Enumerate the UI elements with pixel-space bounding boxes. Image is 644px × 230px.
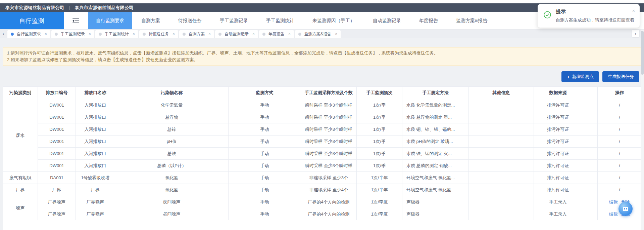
toast-close-icon[interactable]: ×: [632, 8, 635, 13]
column-header-7: 手工测定方法: [402, 87, 469, 99]
chip-close-icon[interactable]: ×: [45, 32, 47, 36]
tab-chip-1[interactable]: 手工监测记录×: [51, 30, 94, 38]
chevron-left-icon[interactable]: ‹: [1, 30, 6, 38]
success-toast: 提示 自测方案生成成功，请至待报送页面查看 ×: [538, 4, 640, 28]
column-header-5: 手工监测采样方法及个数: [301, 87, 357, 99]
chip-label: 年度报告: [268, 31, 285, 37]
table-cell: 排污许可证: [534, 148, 582, 160]
table-cell: 水质 总磷的测定 钼酸...: [402, 160, 469, 172]
operations-cell: /: [598, 136, 642, 148]
table-cell: 排污许可证: [534, 172, 582, 184]
operations-cell: /: [598, 172, 642, 184]
nav-item-7[interactable]: 年度报告: [410, 12, 447, 29]
menu-collapse-button[interactable]: [64, 12, 88, 29]
column-header-9: 数据来源: [534, 87, 582, 99]
toast-message: 自测方案生成成功，请至待报送页面查看: [556, 17, 634, 23]
nav-item-6[interactable]: 自动监测记录: [364, 12, 410, 29]
table-cell: 手动: [229, 196, 301, 208]
table-cell: [582, 196, 598, 208]
chip-close-icon[interactable]: ×: [172, 32, 175, 36]
column-header-0: 污染源类别: [3, 87, 38, 99]
assistant-widget-button[interactable]: [618, 202, 633, 216]
edit-link[interactable]: 编辑: [609, 212, 618, 217]
table-cell: DW001: [38, 160, 76, 172]
chip-status-dot-icon: [55, 33, 58, 36]
robot-icon: [623, 207, 628, 211]
scrollbar-thumb[interactable]: [641, 31, 644, 75]
chip-status-dot-icon: [143, 33, 146, 36]
chip-label: 手工监测记录: [61, 31, 85, 37]
table-cell: [469, 208, 534, 220]
table-row-8: 噪声厂界噪声厂界噪声夜间噪声手动厂界的4个方向的检测1次/季度声级器手工录入编辑…: [3, 196, 642, 208]
column-header-2: 排放口名称: [76, 87, 115, 99]
table-cell: 1次/季: [357, 136, 402, 148]
plus-icon: +: [567, 74, 570, 79]
column-header-10: [582, 87, 598, 99]
table-cell: [582, 99, 598, 111]
table-row-7: 厂界厂界厂界氯化氢手动非连续采样 至少4个1次/半年环境空气和废气 氯化氢...…: [3, 184, 642, 196]
chevron-right-icon[interactable]: ›: [632, 30, 639, 37]
table-cell: 水质 化学需氧量的测定...: [402, 99, 469, 111]
nav-item-8[interactable]: 监测方案&报告: [447, 12, 496, 29]
tab-chips-container: 自行监测要求×手工监测记录×手工监测统计×待报送任务×自测方案×自动监测记录×年…: [7, 30, 341, 38]
table-cell: 厂界噪声: [38, 196, 76, 208]
nav-item-1[interactable]: 自测方案: [132, 12, 169, 29]
table-actions-row: + 新增监测点 生成报送任务: [0, 66, 644, 82]
nav-item-3[interactable]: 手工监测记录: [211, 12, 257, 29]
generate-report-task-button[interactable]: 生成报送任务: [602, 71, 639, 82]
operations-cell: /: [598, 184, 642, 196]
tab-chip-7[interactable]: 监测方案&报告×: [295, 30, 341, 38]
monitoring-requirements-table: 污染源类别排放口编号排放口名称污染物名称监测方式手工监测采样方法及个数手工监测频…: [3, 86, 641, 220]
chip-close-icon[interactable]: ×: [89, 32, 91, 36]
table-cell: 1次/季: [357, 123, 402, 136]
pollution-source-category-cell: 噪声: [3, 196, 38, 220]
chip-status-dot-icon: [11, 33, 14, 36]
table-cell: 厂界噪声: [38, 208, 76, 220]
table-cell: 水质 铜、锌、铅、镉的...: [402, 123, 469, 136]
chip-close-icon[interactable]: ×: [133, 32, 135, 36]
column-header-6: 手工监测频次: [357, 87, 402, 99]
chip-close-icon[interactable]: ×: [252, 32, 255, 36]
nav-item-2[interactable]: 待报送任务: [169, 12, 211, 29]
instruction-line-1: 1.请对照排污许可证自行监测要求，核对废水、废气有组织信息，点击【新增监测点】按…: [7, 50, 637, 56]
nav-item-5[interactable]: 未监测原因（手工）: [303, 12, 364, 29]
nav-item-0[interactable]: 自行监测要求: [88, 12, 132, 29]
browser-top-strip: [0, 0, 644, 3]
table-cell: 手动: [229, 99, 301, 111]
nav-item-4[interactable]: 手工监测统计: [257, 12, 303, 29]
tab-chip-0[interactable]: 自行监测要求×: [7, 30, 50, 38]
table-cell: [469, 148, 534, 160]
toast-title: 提示: [556, 8, 634, 15]
table-cell: DW001: [38, 136, 76, 148]
table-cell: [469, 111, 534, 123]
table-cell: 1次/季度: [357, 208, 402, 220]
table-cell: [582, 111, 598, 123]
chip-close-icon[interactable]: ×: [335, 32, 337, 36]
tab-chip-3[interactable]: 待报送任务×: [139, 30, 178, 38]
table-cell: 氯化氢: [115, 184, 229, 196]
table-cell: 瞬时采样 至少3个瞬时样: [301, 160, 357, 172]
operations-cell: /: [598, 111, 642, 123]
tab-chip-2[interactable]: 手工监测统计×: [95, 30, 138, 38]
chip-label: 自测方案: [189, 31, 205, 37]
tab-chip-6[interactable]: 年度报告×: [259, 30, 294, 38]
tab-chip-4[interactable]: 自测方案×: [179, 30, 214, 38]
chip-close-icon[interactable]: ×: [288, 32, 291, 36]
table-cell: 排污许可证: [534, 99, 582, 111]
company-name-primary: 泰兴市宏源钢丝制品有限公司: [5, 5, 64, 11]
add-monitor-point-button[interactable]: + 新增监测点: [561, 71, 599, 82]
table-cell: [582, 123, 598, 136]
vertical-scrollbar[interactable]: [641, 30, 644, 230]
table-cell: [582, 172, 598, 184]
chip-label: 自行监测要求: [17, 31, 41, 37]
table-cell: [469, 160, 534, 172]
operations-cell: /: [598, 148, 642, 160]
pollution-source-category-cell: 厂界: [3, 184, 38, 196]
table-cell: 厂界噪声: [76, 196, 115, 208]
table-cell: 入河排放口: [76, 160, 115, 172]
tab-chip-5[interactable]: 自动监测记录×: [215, 30, 258, 38]
table-cell: [582, 148, 598, 160]
edit-link[interactable]: 编辑: [609, 199, 618, 204]
chip-close-icon[interactable]: ×: [208, 32, 211, 36]
table-cell: 排污许可证: [534, 123, 582, 136]
